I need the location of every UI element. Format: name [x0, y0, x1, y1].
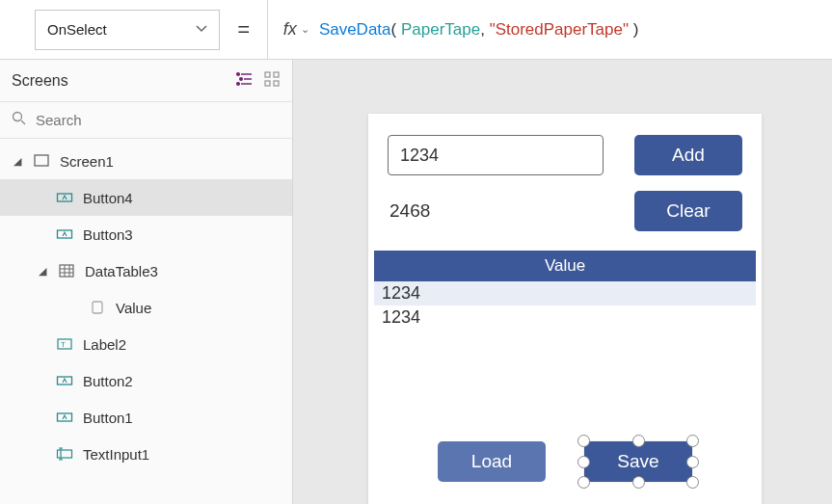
formula-input-area[interactable]: fx⌄ SaveData( PaperTape, "StoredPaperTap… — [267, 0, 832, 60]
tree-panel: Screens ◢ Screen1 Button4 Button3 — [0, 60, 293, 504]
resize-handle[interactable] — [686, 476, 699, 489]
tree-item-textinput1[interactable]: TextInput1 — [0, 436, 292, 472]
svg-point-10 — [13, 113, 22, 121]
table-row[interactable]: 1234 — [374, 305, 756, 330]
svg-point-5 — [237, 82, 240, 85]
tree-item-label: Button1 — [83, 410, 133, 426]
button-icon — [56, 409, 73, 426]
svg-rect-15 — [60, 265, 73, 277]
tree-item-screen1[interactable]: ◢ Screen1 — [0, 143, 292, 179]
button-icon — [56, 189, 73, 206]
table-row[interactable]: 1234 — [374, 281, 756, 305]
tree-item-label: DataTable3 — [85, 263, 158, 279]
tree-view-icon[interactable] — [236, 70, 254, 92]
equals-sign: = — [237, 17, 250, 42]
fx-icon[interactable]: fx⌄ — [268, 19, 319, 40]
svg-rect-8 — [265, 81, 270, 86]
property-dropdown-value: OnSelect — [47, 21, 107, 38]
resize-handle[interactable] — [632, 476, 645, 489]
tree-item-value-column[interactable]: Value — [0, 289, 292, 326]
tree-item-button4[interactable]: Button4 — [0, 179, 292, 216]
property-dropdown[interactable]: OnSelect — [35, 10, 220, 50]
column-icon — [89, 299, 106, 316]
resize-handle[interactable] — [577, 435, 590, 447]
search-row[interactable] — [0, 102, 292, 139]
clear-button[interactable]: Clear — [634, 191, 742, 231]
datatable-icon — [58, 262, 75, 279]
tree-item-button3[interactable]: Button3 — [0, 216, 292, 252]
formula-bar: OnSelect = fx⌄ SaveData( PaperTape, "Sto… — [0, 0, 832, 60]
tree-item-label: Button3 — [83, 226, 133, 243]
resize-handle[interactable] — [686, 456, 699, 468]
resize-handle[interactable] — [686, 435, 699, 447]
tree-item-label: TextInput1 — [83, 446, 149, 463]
tree-item-button2[interactable]: Button2 — [0, 362, 292, 399]
number-input[interactable] — [388, 135, 604, 175]
tree-item-button1[interactable]: Button1 — [0, 399, 292, 436]
svg-rect-20 — [93, 302, 102, 313]
result-label: 2468 — [388, 200, 430, 222]
tree-item-label: Button4 — [83, 190, 133, 206]
add-button[interactable]: Add — [634, 135, 742, 175]
resize-handle[interactable] — [577, 476, 590, 489]
svg-text:T: T — [61, 340, 66, 349]
control-tree: ◢ Screen1 Button4 Button3 ◢ DataTable3 V… — [0, 139, 292, 472]
selected-control[interactable]: Save — [584, 441, 692, 482]
tree-item-label: Value — [116, 300, 151, 316]
svg-rect-7 — [274, 72, 279, 77]
search-input[interactable] — [36, 112, 281, 128]
svg-point-4 — [240, 77, 243, 80]
caret-icon[interactable]: ◢ — [39, 265, 48, 278]
load-button[interactable]: Load — [438, 441, 546, 482]
tree-title: Screens — [12, 72, 68, 90]
thumbnail-view-icon[interactable] — [263, 70, 281, 92]
tree-item-label2[interactable]: T Label2 — [0, 326, 292, 362]
tree-item-label: Button2 — [83, 373, 133, 389]
caret-icon[interactable]: ◢ — [13, 155, 23, 168]
search-icon — [12, 111, 26, 129]
svg-rect-12 — [35, 155, 48, 166]
svg-rect-9 — [274, 81, 279, 86]
tree-item-label: Screen1 — [60, 153, 114, 170]
tree-item-datatable3[interactable]: ◢ DataTable3 — [0, 252, 292, 289]
textinput-icon — [56, 445, 73, 463]
formula-text[interactable]: SaveData( PaperTape, "StoredPaperTape" ) — [319, 20, 639, 40]
tree-panel-header: Screens — [0, 60, 292, 102]
svg-line-11 — [21, 120, 25, 124]
table-header: Value — [374, 251, 756, 281]
label-icon: T — [56, 335, 73, 353]
chevron-down-icon — [196, 21, 207, 38]
canvas-area[interactable]: Add 2468 Clear Value 1234 1234 Load Save — [293, 60, 832, 504]
app-screen[interactable]: Add 2468 Clear Value 1234 1234 Load Save — [368, 114, 762, 504]
svg-rect-6 — [265, 72, 270, 77]
svg-point-3 — [237, 72, 240, 75]
button-icon — [56, 225, 73, 243]
button-icon — [56, 372, 73, 389]
tree-item-label: Label2 — [83, 336, 126, 353]
svg-rect-25 — [58, 450, 72, 458]
resize-handle[interactable] — [577, 456, 590, 468]
resize-handle[interactable] — [632, 435, 645, 447]
screen-icon — [33, 152, 50, 170]
data-table[interactable]: Value 1234 1234 — [374, 251, 756, 330]
